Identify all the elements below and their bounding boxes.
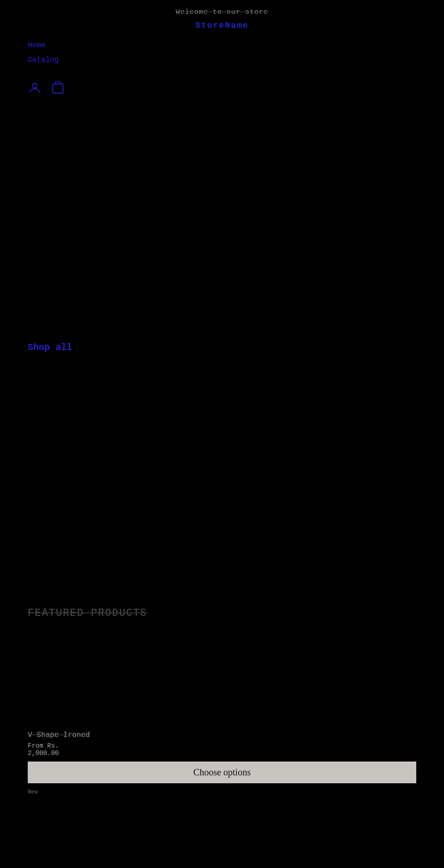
hero-section: Shop all	[0, 98, 444, 367]
section-title: FEATURED PRODUCTS	[28, 607, 416, 619]
header: Welcome to our store StoreName	[0, 0, 444, 35]
svg-point-0	[32, 83, 37, 88]
price-from-value-1: 2,000.00	[28, 749, 59, 757]
account-icon[interactable]	[28, 81, 42, 98]
nav-icons	[0, 81, 444, 98]
cart-icon[interactable]	[51, 81, 65, 98]
choose-options-button-1[interactable]: Choose options	[28, 762, 416, 783]
nav: Home Catalog	[0, 35, 444, 77]
nav-link-home[interactable]: Home	[28, 41, 416, 50]
new-badge-1: New	[28, 789, 416, 795]
nav-link-catalog[interactable]: Catalog	[28, 56, 416, 64]
product-name-1: V Shape Ironed	[28, 731, 416, 739]
product-item-1: V Shape Ironed From Rs. 2,000.00 Choose …	[28, 633, 416, 795]
mid-section	[0, 367, 444, 598]
store-name: StoreName	[0, 21, 444, 30]
product-image-2	[28, 809, 416, 868]
price-from-1: From Rs. 2,000.00	[28, 742, 416, 757]
welcome-text: Welcome to our store	[0, 8, 444, 16]
product-item-2: Arrow Ironed Vests Rs. 99.00 From Rs. 2.…	[28, 809, 416, 868]
price-from-label-1: From Rs.	[28, 742, 59, 749]
shop-all-button[interactable]: Shop all	[28, 342, 72, 353]
featured-section: FEATURED PRODUCTS V Shape Ironed From Rs…	[0, 607, 444, 868]
svg-rect-1	[53, 84, 63, 93]
product-image-1	[28, 633, 416, 725]
product-price-1: From Rs. 2,000.00	[28, 742, 416, 757]
